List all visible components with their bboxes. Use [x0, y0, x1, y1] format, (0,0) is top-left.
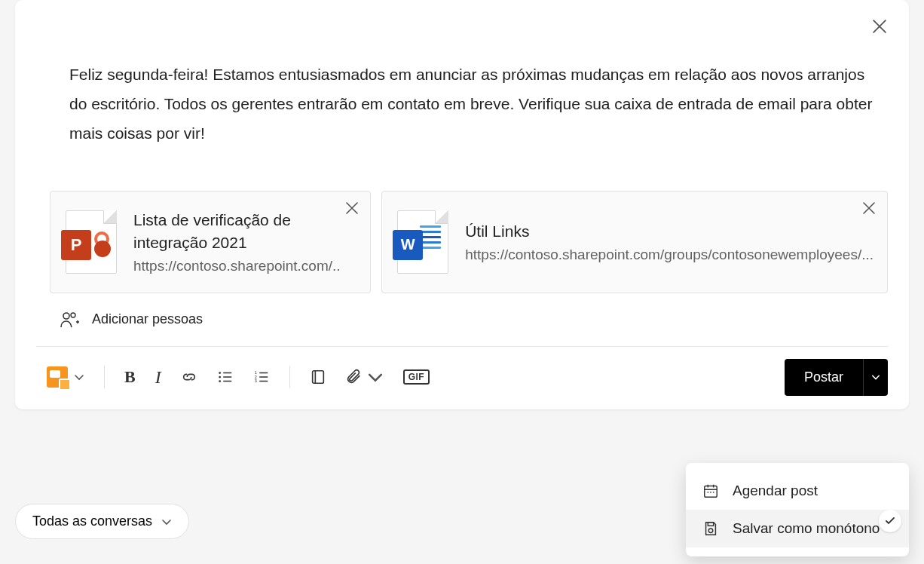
powerpoint-file-icon: P — [66, 210, 117, 274]
add-people-button[interactable]: Adicionar pessoas — [60, 311, 888, 336]
attachments-row: P Lista de verificação de integração 202… — [50, 191, 888, 293]
attachment-card-powerpoint[interactable]: P Lista de verificação de integração 202… — [50, 191, 371, 293]
chevron-down-icon — [74, 372, 84, 382]
post-split-button: Postar — [785, 359, 888, 396]
compose-card: Feliz segunda-feira! Estamos entusiasmad… — [15, 0, 909, 409]
conversation-filter-button[interactable]: Todas as conversas — [15, 504, 189, 539]
close-icon — [346, 202, 358, 214]
bullet-list-button[interactable] — [217, 366, 234, 388]
numbered-list-icon: 123 — [253, 369, 270, 385]
attachment-title: Lista de verificação de integração 2021 — [133, 209, 356, 253]
chevron-down-icon — [161, 516, 172, 527]
save-draft-item[interactable]: Salvar como monótono — [686, 510, 909, 547]
svg-point-11 — [710, 492, 711, 493]
save-icon — [702, 520, 719, 537]
check-icon — [884, 515, 896, 527]
chevron-down-icon — [367, 369, 384, 385]
svg-rect-9 — [705, 486, 717, 498]
attachment-title: Útil Links — [465, 220, 874, 242]
post-dropdown-toggle[interactable] — [863, 359, 888, 396]
post-button[interactable]: Postar — [785, 359, 863, 396]
close-compose-button[interactable] — [873, 20, 886, 36]
menu-item-label: Salvar como monótono — [733, 520, 880, 537]
bold-button[interactable]: B — [124, 366, 136, 388]
svg-point-4 — [219, 380, 221, 382]
svg-point-2 — [219, 372, 221, 374]
italic-button[interactable]: I — [155, 366, 161, 388]
link-icon — [181, 369, 197, 385]
status-check-badge — [879, 510, 901, 532]
svg-point-10 — [707, 492, 708, 493]
topic-button[interactable] — [310, 366, 326, 388]
filter-label: Todas as conversas — [32, 513, 152, 529]
remove-attachment-button[interactable] — [346, 202, 358, 217]
paperclip-icon — [346, 369, 363, 385]
svg-point-12 — [713, 492, 714, 493]
svg-point-1 — [71, 313, 75, 317]
bullet-list-icon — [217, 369, 234, 385]
close-icon — [863, 202, 875, 214]
svg-point-3 — [219, 376, 221, 379]
post-type-praise-button[interactable] — [47, 366, 84, 388]
calendar-icon — [702, 483, 719, 499]
chevron-down-icon — [871, 372, 880, 382]
attach-button[interactable] — [346, 366, 384, 388]
toolbar-divider — [289, 366, 290, 388]
gif-button[interactable]: GIF — [403, 366, 430, 388]
menu-item-label: Agendar post — [733, 483, 818, 499]
add-people-label: Adicionar pessoas — [92, 311, 203, 327]
gif-icon: GIF — [403, 369, 430, 385]
add-people-icon — [60, 311, 80, 328]
compose-toolbar: B I 123 GIF Posta — [36, 346, 888, 396]
attachment-url: https://contoso.sharepoint.com/.. — [133, 258, 356, 274]
word-file-icon: W — [397, 210, 448, 274]
svg-point-14 — [708, 529, 713, 533]
numbered-list-button[interactable]: 123 — [253, 366, 270, 388]
svg-rect-8 — [312, 371, 323, 384]
remove-attachment-button[interactable] — [863, 202, 875, 217]
schedule-post-item[interactable]: Agendar post — [686, 472, 909, 510]
attachment-card-word[interactable]: W Útil Links https://contoso.sharepoint.… — [381, 191, 888, 293]
compose-text[interactable]: Feliz segunda-feira! Estamos entusiasmad… — [36, 26, 888, 149]
svg-rect-13 — [708, 523, 713, 526]
praise-icon — [47, 366, 68, 388]
book-icon — [310, 369, 326, 385]
link-button[interactable] — [181, 366, 197, 388]
attachment-url: https://contoso.sharepoint.com/groups/co… — [465, 247, 874, 263]
post-dropdown-menu: Agendar post Salvar como monótono — [686, 463, 909, 556]
svg-text:3: 3 — [255, 379, 257, 383]
close-icon — [873, 20, 886, 33]
svg-point-0 — [63, 313, 69, 319]
toolbar-divider — [104, 366, 105, 388]
